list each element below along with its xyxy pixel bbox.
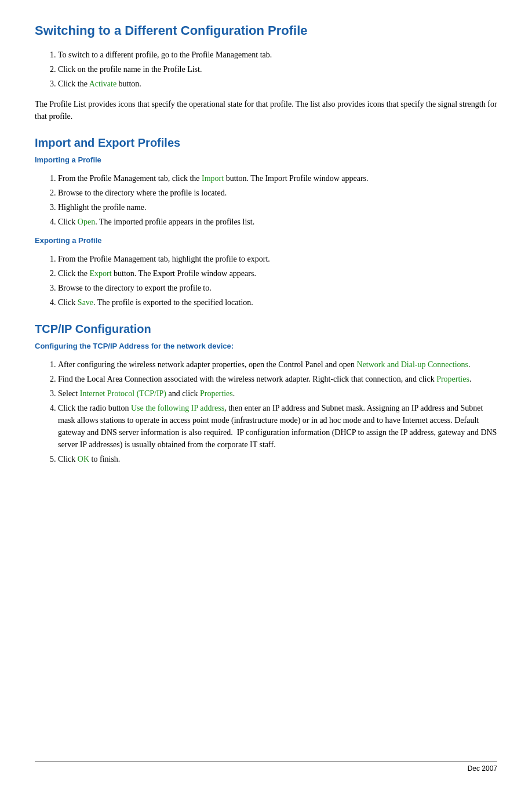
list-item: After configuring the wireless network a… <box>58 358 497 371</box>
list-item: Click on the profile name in the Profile… <box>58 63 497 75</box>
properties1-link[interactable]: Properties <box>436 375 469 383</box>
section-tcpip-title: TCP/IP Configuration <box>35 322 497 336</box>
switching-body-text: The Profile List provides icons that spe… <box>35 98 497 122</box>
save-link[interactable]: Save <box>78 298 93 307</box>
list-item: From the Profile Management tab, highlig… <box>58 253 497 265</box>
list-item: Highlight the profile name. <box>58 201 497 213</box>
section-switching-title: Switching to a Different Configuration P… <box>35 23 497 38</box>
importing-steps-list: From the Profile Management tab, click t… <box>58 172 497 228</box>
internet-protocol-link[interactable]: Internet Protocol (TCP/IP) <box>80 389 166 398</box>
network-dialup-link[interactable]: Network and Dial-up Connections <box>357 360 468 369</box>
exporting-subtitle: Exporting a Profile <box>35 236 497 245</box>
footer-date: Dec 2007 <box>468 764 497 773</box>
switching-steps-list: To switch to a different profile, go to … <box>58 49 497 90</box>
import-link[interactable]: Import <box>202 174 224 183</box>
section-switching: Switching to a Different Configuration P… <box>35 23 497 122</box>
tcpip-subtitle: Configuring the TCP/IP Address for the n… <box>35 342 497 350</box>
list-item: Click the radio button Use the following… <box>58 402 497 451</box>
exporting-steps-list: From the Profile Management tab, highlig… <box>58 253 497 309</box>
activate-link[interactable]: Activate <box>89 79 116 88</box>
list-item: Click the Export button. The Export Prof… <box>58 267 497 280</box>
list-item: To switch to a different profile, go to … <box>58 49 497 61</box>
importing-subtitle: Importing a Profile <box>35 155 497 164</box>
section-tcpip: TCP/IP Configuration Configuring the TCP… <box>35 322 497 465</box>
list-item: Browse to the directory where the profil… <box>58 187 497 199</box>
list-item: Click Save. The profile is exported to t… <box>58 296 497 309</box>
section-import-export: Import and Export Profiles Importing a P… <box>35 136 497 309</box>
export-link[interactable]: Export <box>89 269 111 278</box>
properties2-link[interactable]: Properties <box>200 389 233 398</box>
tcpip-steps-list: After configuring the wireless network a… <box>58 358 497 465</box>
list-item: Find the Local Area Connection associate… <box>58 373 497 385</box>
list-item: From the Profile Management tab, click t… <box>58 172 497 184</box>
use-following-ip-link[interactable]: Use the following IP address <box>131 404 224 412</box>
list-item: Click OK to finish. <box>58 453 497 465</box>
open-link[interactable]: Open <box>78 218 95 226</box>
footer: Dec 2007 <box>35 762 497 773</box>
subsection-importing: Importing a Profile From the Profile Man… <box>35 155 497 228</box>
list-item: Click the Activate button. <box>58 78 497 90</box>
subsection-exporting: Exporting a Profile From the Profile Man… <box>35 236 497 309</box>
list-item: Select Internet Protocol (TCP/IP) and cl… <box>58 387 497 400</box>
list-item: Browse to the directory to export the pr… <box>58 282 497 294</box>
list-item: Click Open. The imported profile appears… <box>58 216 497 228</box>
section-import-export-title: Import and Export Profiles <box>35 136 497 150</box>
ok-link[interactable]: OK <box>78 455 89 463</box>
